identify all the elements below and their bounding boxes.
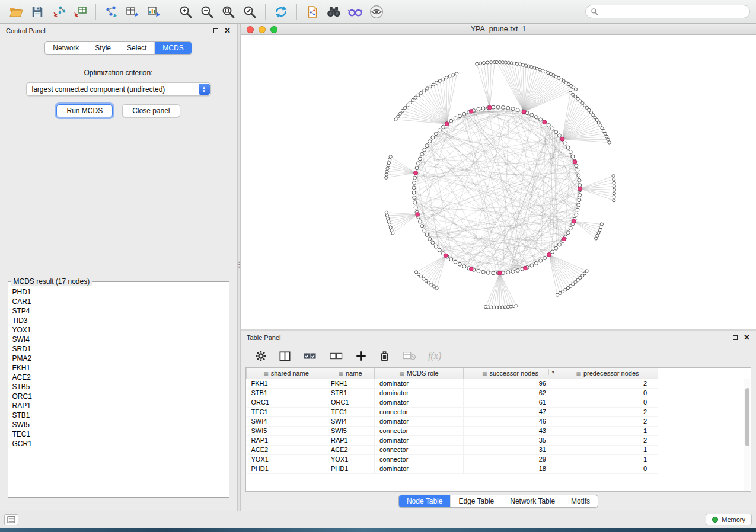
cell-successor-nodes[interactable]: 47 <box>464 407 557 416</box>
mcds-result-node[interactable]: TEC1 <box>12 430 225 439</box>
save-session-button[interactable] <box>27 2 47 21</box>
table-row[interactable]: YOX1YOX1connector291 <box>247 454 658 464</box>
cell-name[interactable]: ACE2 <box>326 445 375 454</box>
mcds-result-node[interactable]: SWI4 <box>12 335 225 344</box>
mcds-result-node[interactable]: ACE2 <box>12 373 225 382</box>
table-row[interactable]: TEC1TEC1connector472 <box>247 407 658 416</box>
window-zoom-button[interactable] <box>270 26 277 33</box>
mcds-result-node[interactable]: STB1 <box>12 411 225 420</box>
float-panel-icon[interactable] <box>213 28 218 33</box>
run-mcds-button[interactable]: Run MCDS <box>56 104 113 117</box>
cell-shared-name[interactable]: RAP1 <box>247 435 326 445</box>
cell-shared-name[interactable]: FKH1 <box>247 379 326 388</box>
cell-shared-name[interactable]: YOX1 <box>247 454 326 464</box>
cell-predecessor-nodes[interactable]: 2 <box>557 407 658 416</box>
cell-successor-nodes[interactable]: 46 <box>464 416 557 426</box>
cell-name[interactable]: STB1 <box>326 388 375 398</box>
cell-predecessor-nodes[interactable]: 0 <box>557 464 658 473</box>
cell-MCDS-role[interactable]: dominator <box>375 416 464 426</box>
cell-successor-nodes[interactable]: 35 <box>464 435 557 445</box>
tab-network-table[interactable]: Network Table <box>502 495 563 507</box>
mcds-result-node[interactable]: RAP1 <box>12 401 225 411</box>
panel-menu-button[interactable] <box>4 514 18 525</box>
show-hide-button[interactable] <box>366 2 387 21</box>
cell-name[interactable]: PHD1 <box>326 464 375 473</box>
cell-MCDS-role[interactable]: connector <box>375 407 464 416</box>
tab-select[interactable]: Select <box>119 42 154 54</box>
column-header-MCDS-role[interactable]: ▦MCDS role <box>375 368 464 379</box>
mcds-result-node[interactable]: STP4 <box>12 306 225 316</box>
cell-name[interactable]: SWI4 <box>326 416 375 426</box>
tab-style[interactable]: Style <box>87 42 119 54</box>
new-network-button[interactable] <box>101 2 122 21</box>
zoom-in-button[interactable] <box>176 2 196 21</box>
cell-MCDS-role[interactable]: dominator <box>375 435 464 445</box>
table-row[interactable]: ACE2ACE2connector311 <box>247 445 658 454</box>
cell-name[interactable]: TEC1 <box>326 407 375 416</box>
cell-successor-nodes[interactable]: 29 <box>464 454 557 464</box>
import-network-button[interactable] <box>49 2 69 21</box>
column-header-predecessor-nodes[interactable]: ▦predecessor nodes <box>557 368 658 379</box>
cell-MCDS-role[interactable]: dominator <box>375 379 464 388</box>
cell-shared-name[interactable]: ORC1 <box>247 398 326 407</box>
table-row[interactable]: SWI4SWI4dominator462 <box>247 416 658 426</box>
cell-predecessor-nodes[interactable]: 1 <box>557 445 658 454</box>
float-table-panel-icon[interactable] <box>733 335 738 340</box>
cell-shared-name[interactable]: SWI4 <box>247 416 326 426</box>
cell-MCDS-role[interactable]: connector <box>375 445 464 454</box>
cell-successor-nodes[interactable]: 61 <box>464 398 557 407</box>
select-all-button[interactable] <box>303 350 317 362</box>
table-row[interactable]: RAP1RAP1dominator352 <box>247 435 658 445</box>
cell-predecessor-nodes[interactable]: 1 <box>557 454 658 464</box>
mcds-result-node[interactable]: YOX1 <box>12 325 225 335</box>
cell-shared-name[interactable]: STB1 <box>247 388 326 398</box>
cell-successor-nodes[interactable]: 62 <box>464 388 557 398</box>
tab-motifs[interactable]: Motifs <box>563 495 598 507</box>
delete-row-button[interactable] <box>379 350 390 362</box>
tab-node-table[interactable]: Node Table <box>399 495 451 507</box>
zoom-fit-button[interactable] <box>218 2 238 21</box>
table-scrollbar[interactable] <box>744 379 750 491</box>
cell-MCDS-role[interactable]: connector <box>375 454 464 464</box>
cell-name[interactable]: YOX1 <box>326 454 375 464</box>
cell-successor-nodes[interactable]: 18 <box>464 464 557 473</box>
cell-shared-name[interactable]: PHD1 <box>247 464 326 473</box>
cell-MCDS-role[interactable]: connector <box>375 426 464 435</box>
cell-predecessor-nodes[interactable]: 2 <box>557 379 658 388</box>
mcds-result-node[interactable]: CAR1 <box>12 297 225 306</box>
import-table-button[interactable] <box>70 2 90 21</box>
add-row-button[interactable] <box>355 350 367 362</box>
cell-name[interactable]: SWI5 <box>326 426 375 435</box>
mcds-result-node[interactable]: SWI5 <box>12 420 225 430</box>
function-builder-button[interactable]: f(x) <box>428 351 441 361</box>
cell-shared-name[interactable]: SWI5 <box>247 426 326 435</box>
cell-MCDS-role[interactable]: dominator <box>375 398 464 407</box>
criterion-select[interactable]: largest connected component (undirected)… <box>26 82 211 96</box>
open-file-button[interactable] <box>6 2 26 21</box>
mcds-result-node[interactable]: PHD1 <box>12 287 225 297</box>
mcds-result-node[interactable]: TID3 <box>12 316 225 325</box>
mcds-result-node[interactable]: ORC1 <box>12 392 225 401</box>
graphics-details-button[interactable] <box>345 2 365 21</box>
column-header-name[interactable]: ▦name <box>326 368 375 379</box>
window-minimize-button[interactable] <box>259 26 266 33</box>
table-row[interactable]: FKH1FKH1dominator962 <box>247 379 658 388</box>
tab-network[interactable]: Network <box>45 42 87 54</box>
tab-mcds[interactable]: MCDS <box>154 42 191 54</box>
cell-predecessor-nodes[interactable]: 0 <box>557 388 658 398</box>
cell-MCDS-role[interactable]: dominator <box>375 464 464 473</box>
cell-successor-nodes[interactable]: 31 <box>464 445 557 454</box>
table-settings-button[interactable] <box>255 350 267 362</box>
network-canvas[interactable] <box>241 35 756 329</box>
table-row[interactable]: SWI5SWI5connector431 <box>247 426 658 435</box>
sort-dropdown-icon[interactable]: ▾ <box>548 369 554 375</box>
show-columns-button[interactable] <box>279 350 291 363</box>
export-table-button[interactable] <box>123 2 143 21</box>
cell-predecessor-nodes[interactable]: 2 <box>557 435 658 445</box>
cell-predecessor-nodes[interactable]: 2 <box>557 416 658 426</box>
mcds-result-node[interactable]: FKH1 <box>12 363 225 373</box>
mcds-result-node[interactable]: GCR1 <box>12 439 225 448</box>
cell-name[interactable]: FKH1 <box>326 379 375 388</box>
close-table-panel-icon[interactable]: ✕ <box>744 335 750 341</box>
window-close-button[interactable] <box>247 26 254 33</box>
